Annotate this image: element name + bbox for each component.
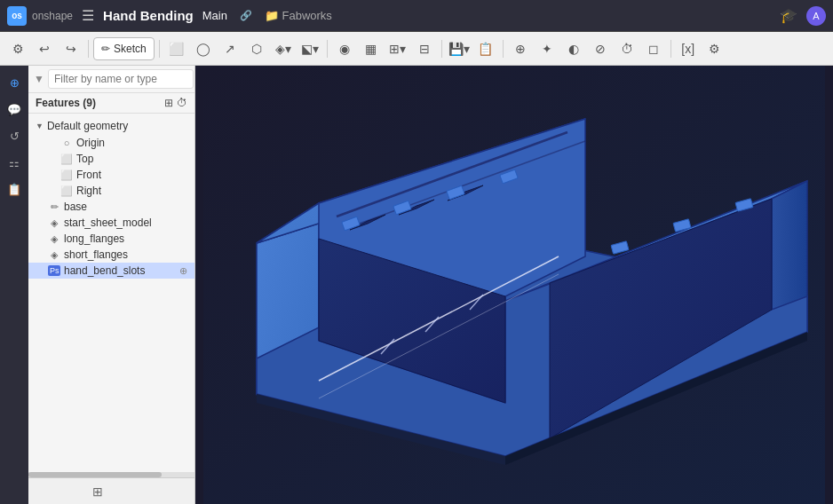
plane-icon-top: ⬜ <box>60 154 73 165</box>
tb-shape-dd[interactable]: ⬕▾ <box>298 36 322 61</box>
feature-icon-ssm: ◈ <box>48 217 60 229</box>
short-flanges-label: short_flanges <box>64 248 187 261</box>
tree-item-short-flanges[interactable]: ◈ short_flanges <box>28 247 194 263</box>
tree-item-front[interactable]: ⬜ Front <box>28 167 194 183</box>
tb-variable[interactable]: [x] <box>676 36 701 61</box>
tb-save-dd[interactable]: 💾▾ <box>447 36 472 61</box>
document-title[interactable]: Hand Bending <box>103 8 194 23</box>
nav-main[interactable]: Main <box>202 9 227 22</box>
base-label: base <box>64 201 187 213</box>
svg-marker-10 <box>772 181 807 310</box>
logo-text: onshape <box>32 10 73 22</box>
sidebar-icon-list[interactable]: ⚏ <box>3 151 26 174</box>
features-action-icon1[interactable]: ⊞ <box>164 97 173 109</box>
undo-btn[interactable]: ↩ <box>32 36 57 61</box>
feature-panel: ▼ Features (9) ⊞ ⏱ ▼ Default geometry <box>28 66 194 477</box>
plane-icon-front: ⬜ <box>60 169 73 181</box>
sep-2 <box>159 40 160 58</box>
tree-default-geometry[interactable]: ▼ Default geometry <box>28 117 194 135</box>
feature-icon-hbs: Ps <box>48 265 60 276</box>
tree-item-base[interactable]: ✏ base <box>28 199 194 215</box>
feature-tree-scroll[interactable]: ▼ Default geometry ○ Origin ⬜ Top <box>28 114 194 472</box>
filter-bar: ▼ <box>28 66 194 93</box>
tb-curve[interactable]: ↗ <box>218 36 242 61</box>
expand-arrow: ▼ <box>36 122 44 130</box>
tree-item-long-flanges[interactable]: ◈ long_flanges <box>28 231 194 247</box>
tree-item-right[interactable]: ⬜ Right <box>28 183 194 199</box>
hamburger-menu[interactable]: ☰ <box>82 7 94 24</box>
origin-icon: ○ <box>60 138 73 148</box>
tb-timer[interactable]: ⏱ <box>615 36 639 61</box>
left-panel: ⊕ 💬 ↺ ⚏ 📋 ▼ Features (9) ⊞ ⏱ <box>0 66 195 504</box>
features-title: Features (9) <box>36 97 96 109</box>
redo-btn[interactable]: ↪ <box>59 36 83 61</box>
sep-3 <box>327 40 328 58</box>
default-geometry-label: Default geometry <box>47 120 128 132</box>
sidebar-icon-history[interactable]: ↺ <box>3 124 26 147</box>
front-label: Front <box>76 169 187 181</box>
3d-canvas <box>195 66 833 504</box>
tb-hole[interactable]: ◉ <box>332 36 357 61</box>
long-flanges-label: long_flanges <box>64 232 187 245</box>
tb-gear2[interactable]: ⚙ <box>702 36 727 61</box>
main-layout: ⊕ 💬 ↺ ⚏ 📋 ▼ Features (9) ⊞ ⏱ <box>0 66 833 504</box>
tb-grid[interactable]: ▦ <box>359 36 384 61</box>
top-label: Top <box>76 153 187 165</box>
tb-star[interactable]: ✦ <box>535 36 559 61</box>
tb-no[interactable]: ⊘ <box>588 36 613 61</box>
tree-item-start-sheet-model[interactable]: ◈ start_sheet_model <box>28 215 194 231</box>
main-toolbar: ⚙ ↩ ↪ ✏ Sketch ⬜ ◯ ↗ ⬡ ◈▾ ⬕▾ ◉ ▦ ⊞▾ ⊟ 💾▾… <box>0 32 833 66</box>
tb-square[interactable]: ◻ <box>641 36 666 61</box>
doc-nav: Main 🔗 📁 Fabworks <box>202 9 332 22</box>
feature-icon-lf: ◈ <box>48 233 60 245</box>
tb-clipboard[interactable]: 📋 <box>473 36 498 61</box>
sketch-icon-base: ✏ <box>48 201 60 213</box>
sep-1 <box>88 40 89 58</box>
logo-area: os onshape <box>7 6 73 26</box>
feature-icon-sf: ◈ <box>48 249 60 261</box>
sidebar-icon-add[interactable]: ⊕ <box>3 71 26 94</box>
right-label: Right <box>76 185 187 197</box>
tb-half[interactable]: ◐ <box>561 36 586 61</box>
feature-tree: ▼ Default geometry ○ Origin ⬜ Top <box>28 114 194 282</box>
tree-item-top[interactable]: ⬜ Top <box>28 151 194 167</box>
plane-icon-right: ⬜ <box>60 185 73 197</box>
tb-circle[interactable]: ◯ <box>191 36 216 61</box>
top-bar: os onshape ☰ Hand Bending Main 🔗 📁 Fabwo… <box>0 0 833 32</box>
hand-bend-slots-indicator: ⊕ <box>179 265 187 277</box>
tb-rect[interactable]: ⬜ <box>164 36 189 61</box>
pencil-icon: ✏ <box>101 43 110 55</box>
sketch-btn[interactable]: ✏ Sketch <box>93 37 155 60</box>
sidebar-icon-comment[interactable]: 💬 <box>3 98 26 121</box>
bottom-panel-icon[interactable]: ⊞ <box>92 484 103 499</box>
bottom-panel: ⊞ <box>0 477 194 504</box>
features-action-icon2[interactable]: ⏱ <box>177 97 187 109</box>
hand-bend-slots-label: hand_bend_slots <box>64 264 176 277</box>
sep-6 <box>670 40 671 58</box>
tree-item-origin[interactable]: ○ Origin <box>28 135 194 151</box>
viewport-3d[interactable] <box>195 66 833 504</box>
sidebar-icon-properties[interactable]: 📋 <box>3 177 26 201</box>
tb-poly[interactable]: ⬡ <box>244 36 269 61</box>
tb-array-dd[interactable]: ⊞▾ <box>385 36 410 61</box>
bookmark-icon[interactable]: 🎓 <box>780 7 797 24</box>
features-header: Features (9) ⊞ ⏱ <box>28 93 194 114</box>
sketch-label: Sketch <box>114 43 147 55</box>
sep-5 <box>503 40 504 58</box>
user-avatar[interactable]: A <box>806 6 826 26</box>
nav-link-icon: 🔗 <box>240 10 252 21</box>
tb-subtract[interactable]: ⊟ <box>412 36 437 61</box>
toolbar-settings-btn[interactable]: ⚙ <box>5 36 30 61</box>
filter-input[interactable] <box>48 69 194 89</box>
left-icon-bar: ⊕ 💬 ↺ ⚏ 📋 <box>0 66 28 504</box>
tree-item-hand-bend-slots[interactable]: Ps hand_bend_slots ⊕ <box>28 263 194 279</box>
features-actions: ⊞ ⏱ <box>164 97 187 109</box>
tb-pattern-dd[interactable]: ◈▾ <box>271 36 296 61</box>
onshape-logo[interactable]: os <box>7 6 27 26</box>
nav-fabworks[interactable]: 📁 Fabworks <box>265 9 332 22</box>
filter-icon: ▼ <box>34 73 44 85</box>
origin-label: Origin <box>76 137 187 149</box>
start-sheet-model-label: start_sheet_model <box>64 217 187 229</box>
sep-4 <box>441 40 442 58</box>
tb-measure[interactable]: ⊕ <box>508 36 533 61</box>
